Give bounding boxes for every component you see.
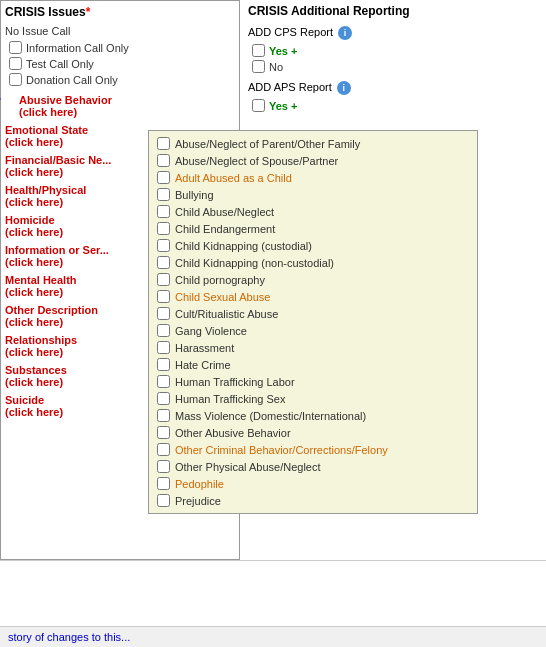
dropdown-item: Other Physical Abuse/Neglect bbox=[153, 458, 473, 475]
bottom-bar-text: story of changes to this... bbox=[8, 631, 130, 643]
dropdown-item: Human Trafficking Sex bbox=[153, 390, 473, 407]
cps-report-label: ADD CPS Report i bbox=[248, 26, 538, 40]
dropdown-item: Cult/Ritualistic Abuse bbox=[153, 305, 473, 322]
donation-call-only-label: Donation Call Only bbox=[26, 74, 118, 86]
required-star: * bbox=[86, 5, 91, 19]
dropdown-item-checkbox[interactable] bbox=[157, 494, 170, 507]
dropdown-item-checkbox[interactable] bbox=[157, 171, 170, 184]
test-call-only-checkbox[interactable] bbox=[9, 57, 22, 70]
dropdown-item-checkbox[interactable] bbox=[157, 443, 170, 456]
no-issue-label: No Issue Call bbox=[5, 25, 235, 37]
dropdown-item-checkbox[interactable] bbox=[157, 256, 170, 269]
dropdown-item-label: Child Abuse/Neglect bbox=[175, 206, 274, 218]
info-call-only-checkbox[interactable] bbox=[9, 41, 22, 54]
dropdown-item-checkbox[interactable] bbox=[157, 477, 170, 490]
dropdown-item-label: Child pornography bbox=[175, 274, 265, 286]
dropdown-item: Human Trafficking Labor bbox=[153, 373, 473, 390]
abusive-behavior-arrow: ➤ bbox=[0, 92, 1, 106]
relationships-sub: (click here) bbox=[5, 346, 63, 358]
dropdown-item-checkbox[interactable] bbox=[157, 205, 170, 218]
donation-call-only-checkbox[interactable] bbox=[9, 73, 22, 86]
test-call-only-label: Test Call Only bbox=[26, 58, 94, 70]
dropdown-item-checkbox[interactable] bbox=[157, 137, 170, 150]
mental-health-sub: (click here) bbox=[5, 286, 63, 298]
dropdown-item-label: Other Physical Abuse/Neglect bbox=[175, 461, 321, 473]
dropdown-item-checkbox[interactable] bbox=[157, 324, 170, 337]
dropdown-item-label: Harassment bbox=[175, 342, 234, 354]
dropdown-item: Prejudice bbox=[153, 492, 473, 509]
homicide-sub: (click here) bbox=[5, 226, 63, 238]
information-or-ser-label: Information or Ser... bbox=[5, 244, 109, 256]
dropdown-item: Child Sexual Abuse bbox=[153, 288, 473, 305]
cps-report-text: ADD CPS Report bbox=[248, 26, 333, 38]
dropdown-item-checkbox[interactable] bbox=[157, 426, 170, 439]
dropdown-item-label: Abuse/Neglect of Spouse/Partner bbox=[175, 155, 338, 167]
dropdown-item-label: Hate Crime bbox=[175, 359, 231, 371]
page-container: CRISIS Issues* No Issue Call Information… bbox=[0, 0, 546, 647]
dropdown-item-label: Gang Violence bbox=[175, 325, 247, 337]
cps-report-section: ADD CPS Report i Yes + No bbox=[248, 26, 538, 73]
dropdown-item-checkbox[interactable] bbox=[157, 375, 170, 388]
cps-info-icon[interactable]: i bbox=[338, 26, 352, 40]
dropdown-item-checkbox[interactable] bbox=[157, 392, 170, 405]
health-physical-sub: (click here) bbox=[5, 196, 63, 208]
dropdown-item-label: Pedophile bbox=[175, 478, 224, 490]
dropdown-item: Child Kidnapping (custodial) bbox=[153, 237, 473, 254]
reporting-title: CRISIS Additional Reporting bbox=[248, 4, 538, 18]
abusive-behavior-sub: (click here) bbox=[19, 106, 77, 118]
dropdown-item-checkbox[interactable] bbox=[157, 409, 170, 422]
dropdown-item: Other Abusive Behavior bbox=[153, 424, 473, 441]
cps-yes-item: Yes + bbox=[252, 44, 538, 57]
dropdown-item: Child pornography bbox=[153, 271, 473, 288]
aps-report-section: ADD APS Report i Yes + bbox=[248, 81, 538, 112]
relationships-label: Relationships bbox=[5, 334, 77, 346]
financial-basic-needs-label: Financial/Basic Ne... bbox=[5, 154, 111, 166]
dropdown-item: Abuse/Neglect of Spouse/Partner bbox=[153, 152, 473, 169]
aps-report-label: ADD APS Report i bbox=[248, 81, 538, 95]
dropdown-item-checkbox[interactable] bbox=[157, 222, 170, 235]
dropdown-item: Child Kidnapping (non-custodial) bbox=[153, 254, 473, 271]
cps-yes-checkbox[interactable] bbox=[252, 44, 265, 57]
dropdown-item-label: Other Criminal Behavior/Corrections/Felo… bbox=[175, 444, 388, 456]
dropdown-item: Harassment bbox=[153, 339, 473, 356]
dropdown-item-checkbox[interactable] bbox=[157, 273, 170, 286]
dropdown-item-label: Bullying bbox=[175, 189, 214, 201]
abusive-behavior-link[interactable]: Abusive Behavior (click here) bbox=[19, 94, 235, 118]
cps-yes-label: Yes + bbox=[269, 45, 297, 57]
dropdown-item-checkbox[interactable] bbox=[157, 341, 170, 354]
dropdown-item-checkbox[interactable] bbox=[157, 290, 170, 303]
bottom-bar: story of changes to this... bbox=[0, 626, 546, 647]
cps-no-item: No bbox=[252, 60, 538, 73]
dropdown-item-checkbox[interactable] bbox=[157, 154, 170, 167]
dropdown-item: Child Endangerment bbox=[153, 220, 473, 237]
information-or-ser-sub: (click here) bbox=[5, 256, 63, 268]
dropdown-item-label: Child Kidnapping (non-custodial) bbox=[175, 257, 334, 269]
info-call-only-label: Information Call Only bbox=[26, 42, 129, 54]
dropdown-item-label: Human Trafficking Sex bbox=[175, 393, 285, 405]
dropdown-item: Abuse/Neglect of Parent/Other Family bbox=[153, 135, 473, 152]
dropdown-item-checkbox[interactable] bbox=[157, 460, 170, 473]
aps-yes-checkbox[interactable] bbox=[252, 99, 265, 112]
substances-label: Substances bbox=[5, 364, 67, 376]
abusive-behavior-item: ➤ Abusive Behavior (click here) bbox=[5, 92, 235, 120]
dropdown-item-checkbox[interactable] bbox=[157, 188, 170, 201]
health-physical-label: Health/Physical bbox=[5, 184, 86, 196]
substances-sub: (click here) bbox=[5, 376, 63, 388]
emotional-state-label: Emotional State bbox=[5, 124, 88, 136]
dropdown-item: Other Criminal Behavior/Corrections/Felo… bbox=[153, 441, 473, 458]
other-description-sub: (click here) bbox=[5, 316, 63, 328]
dropdown-item-checkbox[interactable] bbox=[157, 239, 170, 252]
dropdown-item: Mass Violence (Domestic/International) bbox=[153, 407, 473, 424]
crisis-issues-title: CRISIS Issues* bbox=[5, 5, 235, 19]
suicide-label: Suicide bbox=[5, 394, 44, 406]
other-description-label: Other Description bbox=[5, 304, 98, 316]
aps-info-icon[interactable]: i bbox=[337, 81, 351, 95]
mental-health-label: Mental Health bbox=[5, 274, 77, 286]
cps-no-checkbox[interactable] bbox=[252, 60, 265, 73]
abusive-behavior-label: Abusive Behavior bbox=[19, 94, 112, 106]
dropdown-overlay: Abuse/Neglect of Parent/Other FamilyAbus… bbox=[148, 130, 478, 514]
cps-no-label: No bbox=[269, 61, 283, 73]
dropdown-item-checkbox[interactable] bbox=[157, 358, 170, 371]
homicide-label: Homicide bbox=[5, 214, 55, 226]
dropdown-item-checkbox[interactable] bbox=[157, 307, 170, 320]
